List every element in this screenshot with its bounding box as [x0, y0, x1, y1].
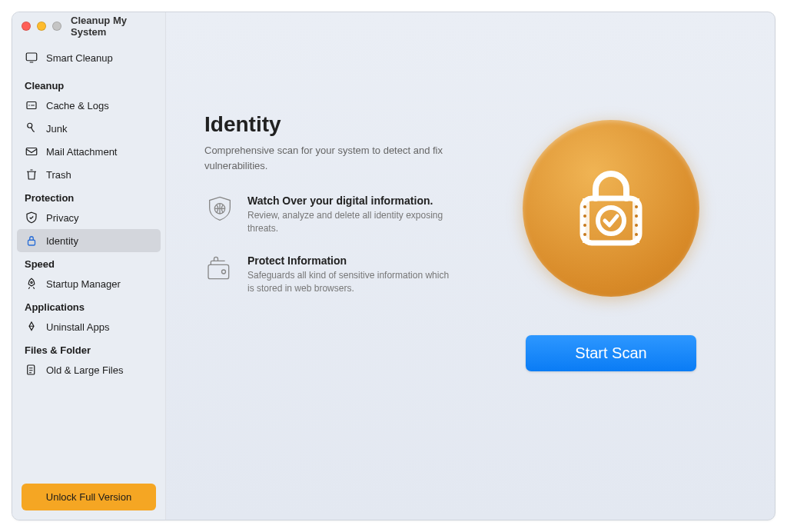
page-subtitle: Comprehensive scan for your system to de… — [204, 143, 455, 173]
content-info: Identity Comprehensive scan for your sys… — [204, 112, 455, 489]
svg-point-13 — [583, 205, 586, 208]
section-speed: Speed — [17, 252, 161, 272]
feature-desc: Safeguards all kind of sensitive informa… — [247, 269, 455, 296]
wallet-lock-icon — [204, 254, 235, 285]
globe-shield-icon — [204, 195, 235, 225]
feature-text: Protect Information Safeguards all kind … — [247, 254, 455, 296]
feature-title: Watch Over your digital information. — [247, 195, 455, 207]
feature-watch-over: Watch Over your digital information. Rev… — [204, 195, 455, 236]
svg-point-15 — [583, 224, 586, 227]
sidebar-item-label: Junk — [46, 123, 67, 135]
feature-protect-info: Protect Information Safeguards all kind … — [204, 254, 455, 296]
page-title: Identity — [204, 112, 455, 137]
sidebar-item-uninstall-apps[interactable]: Uninstall Apps — [17, 315, 161, 338]
section-cleanup: Cleanup — [17, 74, 161, 94]
files-icon — [25, 363, 38, 377]
rocket-icon — [25, 277, 38, 291]
svg-rect-4 — [28, 240, 35, 245]
sidebar-footer: Unlock Full Version — [12, 474, 165, 520]
svg-rect-12 — [633, 198, 639, 243]
svg-rect-0 — [26, 53, 37, 61]
svg-point-16 — [583, 233, 586, 236]
svg-point-9 — [222, 270, 226, 274]
svg-point-20 — [635, 233, 638, 236]
section-protection: Protection — [17, 186, 161, 206]
unlock-full-version-button[interactable]: Unlock Full Version — [22, 484, 156, 510]
main-content: Identity Comprehensive scan for your sys… — [166, 12, 775, 520]
broom-icon — [25, 121, 38, 135]
trash-icon — [25, 168, 38, 181]
sidebar-item-label: Startup Manager — [46, 278, 121, 290]
window-controls — [22, 22, 61, 31]
sidebar-item-mail-attachment[interactable]: Mail Attachment — [17, 140, 161, 163]
sidebar-item-old-large-files[interactable]: Old & Large Files — [17, 358, 161, 381]
sidebar-item-label: Identity — [46, 235, 78, 247]
sidebar-item-label: Smart Cleanup — [46, 52, 113, 64]
svg-point-5 — [31, 281, 32, 283]
section-applications: Applications — [17, 295, 161, 315]
sidebar-item-label: Trash — [46, 169, 71, 181]
sidebar-item-startup-manager[interactable]: Startup Manager — [17, 272, 161, 295]
apps-icon — [25, 320, 38, 334]
sidebar-item-privacy[interactable]: Privacy — [17, 206, 161, 229]
identity-hero-graphic — [523, 120, 699, 297]
section-files: Files & Folder — [17, 338, 161, 358]
sidebar-nav: Smart Cleanup Cleanup Cache & Logs Junk — [12, 40, 165, 474]
sidebar-item-label: Privacy — [46, 212, 79, 224]
monitor-icon — [25, 51, 38, 65]
close-button[interactable] — [22, 22, 31, 31]
sidebar-item-label: Mail Attachment — [46, 146, 118, 158]
feature-desc: Review, analyze and delete all identity … — [247, 209, 455, 236]
svg-point-19 — [635, 224, 638, 227]
feature-title: Protect Information — [247, 254, 455, 267]
feature-text: Watch Over your digital information. Rev… — [247, 195, 455, 236]
maximize-button[interactable] — [52, 22, 61, 31]
svg-point-14 — [583, 214, 586, 218]
sidebar-item-label: Old & Large Files — [46, 364, 123, 376]
sidebar-item-trash[interactable]: Trash — [17, 163, 161, 186]
sidebar-item-identity[interactable]: Identity — [17, 229, 161, 252]
window-title: Cleanup My System — [71, 15, 156, 38]
start-scan-button[interactable]: Start Scan — [526, 335, 696, 371]
sidebar-item-cache-logs[interactable]: Cache & Logs — [17, 94, 161, 117]
svg-point-18 — [635, 214, 638, 218]
svg-rect-3 — [26, 148, 37, 155]
svg-rect-11 — [583, 198, 589, 243]
minimize-button[interactable] — [37, 22, 46, 31]
app-window: Cleanup My System Smart Cleanup Cleanup … — [12, 12, 775, 520]
sidebar-item-label: Uninstall Apps — [46, 321, 109, 333]
sidebar: Cleanup My System Smart Cleanup Cleanup … — [12, 12, 166, 520]
sidebar-item-junk[interactable]: Junk — [17, 117, 161, 140]
content-action: Start Scan — [486, 112, 736, 489]
svg-point-17 — [635, 205, 638, 208]
mail-icon — [25, 145, 38, 158]
log-icon — [25, 98, 38, 112]
lock-icon — [25, 234, 38, 248]
titlebar: Cleanup My System — [12, 12, 165, 40]
sidebar-item-label: Cache & Logs — [46, 100, 109, 111]
shield-icon — [25, 211, 38, 224]
sidebar-item-smart-cleanup[interactable]: Smart Cleanup — [17, 46, 161, 69]
